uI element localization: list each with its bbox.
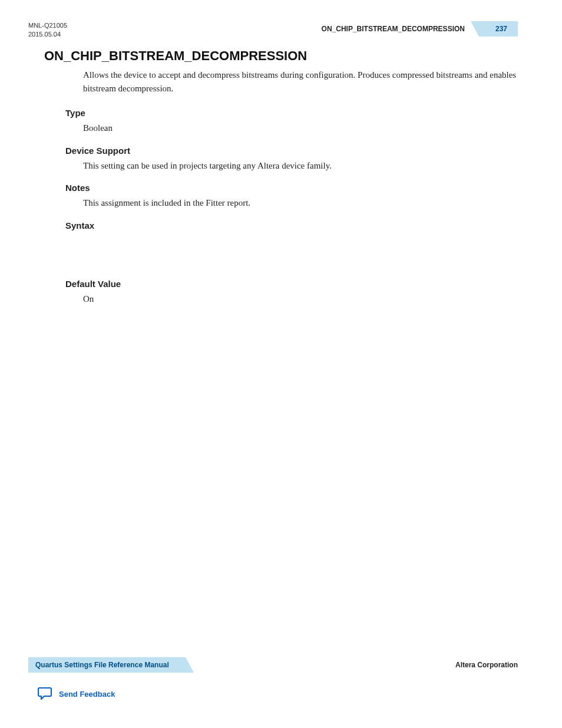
section-notes: Notes This assignment is included in the… [65, 183, 518, 210]
section-heading: Syntax [65, 220, 518, 230]
section-heading: Default Value [65, 279, 518, 289]
section-body [83, 234, 518, 268]
footer-bar: Quartus Settings File Reference Manual A… [28, 657, 518, 673]
doc-id: MNL-Q21005 [28, 21, 67, 30]
header-right: ON_CHIP_BITSTREAM_DECOMPRESSION 237 [322, 21, 518, 37]
section-body: Boolean [83, 121, 518, 135]
section-heading: Device Support [65, 146, 518, 156]
section-body: This setting can be used in projects tar… [83, 159, 518, 173]
footer-left-wrap: Quartus Settings File Reference Manual [28, 657, 186, 673]
header-doc-meta: MNL-Q21005 2015.05.04 [28, 21, 67, 39]
section-syntax: Syntax [65, 220, 518, 268]
page-content: ON_CHIP_BITSTREAM_DECOMPRESSION Allows t… [44, 48, 518, 316]
send-feedback-label: Send Feedback [59, 690, 115, 699]
section-type: Type Boolean [65, 108, 518, 135]
header-topic: ON_CHIP_BITSTREAM_DECOMPRESSION [322, 25, 465, 33]
section-device-support: Device Support This setting can be used … [65, 146, 518, 173]
page-number-tab: 237 [479, 21, 518, 37]
intro-paragraph: Allows the device to accept and decompre… [83, 68, 518, 95]
page-header: MNL-Q21005 2015.05.04 ON_CHIP_BITSTREAM_… [28, 21, 518, 39]
speech-bubble-icon [38, 687, 53, 701]
company-name: Altera Corporation [455, 661, 518, 669]
section-heading: Type [65, 108, 518, 118]
send-feedback-link[interactable]: Send Feedback [38, 687, 115, 701]
section-heading: Notes [65, 183, 518, 193]
section-body: On [83, 292, 518, 306]
manual-title-tab[interactable]: Quartus Settings File Reference Manual [28, 657, 186, 673]
section-default-value: Default Value On [65, 279, 518, 306]
doc-date: 2015.05.04 [28, 30, 67, 39]
section-body: This assignment is included in the Fitte… [83, 196, 518, 210]
page-title: ON_CHIP_BITSTREAM_DECOMPRESSION [44, 48, 518, 64]
